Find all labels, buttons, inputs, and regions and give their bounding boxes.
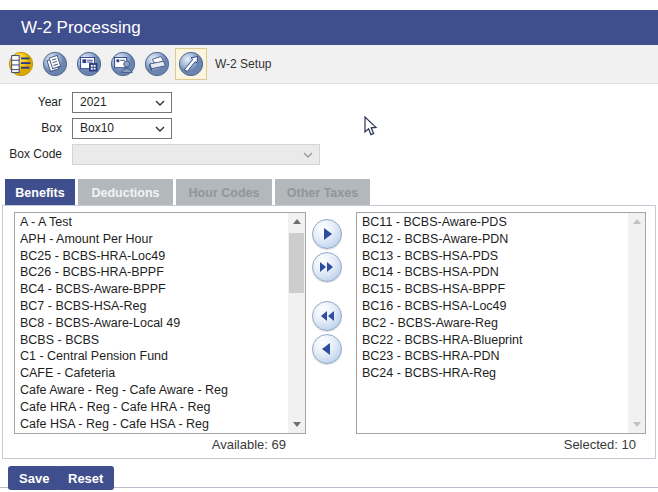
scroll-down-icon[interactable] (628, 416, 645, 433)
chevron-down-icon (303, 152, 313, 158)
benefits-panel: A - A TestAPH - Amount Per HourBC25 - BC… (2, 205, 656, 459)
list-item[interactable]: BC14 - BCBS-HSA-PDN (357, 264, 628, 281)
list-item[interactable]: BC4 - BCBS-Aware-BPPF (15, 281, 288, 298)
list-item[interactable]: BC22 - BCBS-HRA-Blueprint (357, 332, 628, 349)
year-label: Year (0, 92, 62, 113)
tab-other-taxes[interactable]: Other Taxes (275, 179, 370, 206)
tab-hour-codes[interactable]: Hour Codes (176, 179, 272, 206)
chevron-down-icon (155, 126, 165, 132)
w2-processing-window: W-2 Processing (0, 0, 658, 492)
print-icon[interactable] (141, 48, 173, 80)
list-item[interactable]: Cafe Aware - Reg - Cafe Aware - Reg (15, 382, 288, 399)
box-code-label: Box Code (0, 144, 62, 165)
tab-benefits[interactable]: Benefits (5, 179, 75, 206)
box-value: Box10 (80, 121, 114, 135)
chevron-down-icon (155, 100, 165, 106)
box-dropdown[interactable]: Box10 (72, 118, 172, 139)
list-item[interactable]: BC11 - BCBS-Aware-PDS (357, 214, 628, 231)
move-left-button[interactable] (312, 334, 342, 364)
list-item[interactable]: APH - Amount Per Hour (15, 231, 288, 248)
list-item[interactable]: BC8 - BCBS-Aware-Local 49 (15, 315, 288, 332)
employer-forms-icon[interactable] (73, 48, 105, 80)
move-all-left-button[interactable] (312, 301, 342, 331)
list-item[interactable]: BC7 - BCBS-HSA-Reg (15, 298, 288, 315)
box-code-dropdown[interactable] (72, 144, 320, 165)
year-dropdown[interactable]: 2021 (72, 92, 172, 113)
arrow-double-left-icon (318, 308, 336, 324)
list-item[interactable]: BC16 - BCBS-HSA-Loc49 (357, 298, 628, 315)
year-value: 2021 (80, 95, 107, 109)
list-item[interactable]: BCBS - BCBS (15, 332, 288, 349)
arrow-left-icon (319, 341, 335, 357)
scrollbar-thumb[interactable] (289, 233, 304, 293)
list-item[interactable]: A - A Test (15, 214, 288, 231)
employee-forms-icon[interactable] (107, 48, 139, 80)
list-item[interactable]: BC2 - BCBS-Aware-Reg (357, 315, 628, 332)
box-label: Box (0, 118, 62, 139)
scroll-up-icon[interactable] (628, 213, 645, 230)
available-scrollbar[interactable] (288, 213, 305, 433)
toolbar: W-2 Setup (0, 45, 658, 84)
list-item[interactable]: BC25 - BCBS-HRA-Loc49 (15, 248, 288, 265)
move-right-button[interactable] (312, 219, 342, 249)
save-button[interactable]: Save (8, 466, 60, 490)
list-item[interactable]: Cafe HRA - Reg - Cafe HRA - Reg (15, 399, 288, 416)
selected-scrollbar[interactable] (628, 213, 645, 433)
w2-setup-label: W-2 Setup (215, 57, 271, 71)
scroll-up-icon[interactable] (288, 213, 305, 230)
tab-deductions[interactable]: Deductions (78, 179, 173, 206)
w2-setup-icon[interactable] (175, 48, 207, 80)
available-listbox[interactable]: A - A TestAPH - Amount Per HourBC25 - BC… (14, 212, 306, 434)
available-items: A - A TestAPH - Amount Per HourBC25 - BC… (15, 214, 288, 432)
list-item[interactable]: CAFE - Cafeteria (15, 365, 288, 382)
list-item[interactable]: BC15 - BCBS-HSA-BPPF (357, 281, 628, 298)
selected-count: Selected: 10 (356, 437, 636, 452)
move-all-right-button[interactable] (312, 252, 342, 282)
mouse-cursor (364, 116, 378, 137)
browse-grid-icon[interactable] (5, 48, 37, 80)
selected-listbox[interactable]: BC11 - BCBS-Aware-PDSBC12 - BCBS-Aware-P… (356, 212, 646, 434)
window-title: W-2 Processing (0, 10, 658, 45)
available-count: Available: 69 (14, 437, 286, 452)
list-item[interactable]: BC24 - BCBS-HRA-Reg (357, 365, 628, 382)
list-item[interactable]: Cafe HSA - Reg - Cafe HSA - Reg (15, 416, 288, 433)
arrow-right-icon (319, 226, 335, 242)
report-stack-icon[interactable] (39, 48, 71, 80)
list-item[interactable]: BC13 - BCBS-HSA-PDS (357, 248, 628, 265)
tab-strip: Benefits Deductions Hour Codes Other Tax… (5, 179, 370, 206)
list-item[interactable]: BC23 - BCBS-HRA-PDN (357, 348, 628, 365)
scroll-down-icon[interactable] (288, 416, 305, 433)
reset-button[interactable]: Reset (57, 466, 114, 490)
list-item[interactable]: BC12 - BCBS-Aware-PDN (357, 231, 628, 248)
list-item[interactable]: BC26 - BCBS-HRA-BPPF (15, 264, 288, 281)
selected-items: BC11 - BCBS-Aware-PDSBC12 - BCBS-Aware-P… (357, 214, 628, 382)
arrow-double-right-icon (318, 259, 336, 275)
list-item[interactable]: C1 - Central Pension Fund (15, 348, 288, 365)
